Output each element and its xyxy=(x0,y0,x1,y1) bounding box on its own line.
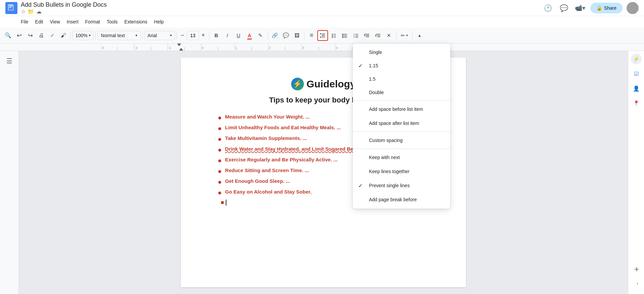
top-right-controls: 🕐 💬 📹▾ 🔒 Share xyxy=(542,2,639,14)
ruler: -3 -2 -1 0 1 2 3 4 xyxy=(0,44,644,51)
zoom-arrow-icon: ▾ xyxy=(89,33,91,37)
menu-help[interactable]: Help xyxy=(151,18,167,26)
text-cursor xyxy=(226,200,226,206)
svg-point-11 xyxy=(342,35,343,36)
line-spacing-button[interactable] xyxy=(317,30,328,41)
menu-view[interactable]: View xyxy=(47,18,63,26)
svg-point-13 xyxy=(342,37,343,38)
add-space-after-label: Add space after list item xyxy=(369,121,419,126)
spacing-1-15-label: 1.15 xyxy=(369,63,378,68)
pencil-icon: ✏ xyxy=(401,33,405,38)
spacing-1-15-item[interactable]: ✓ 1.15 xyxy=(353,59,450,72)
align-button[interactable]: ≡ xyxy=(306,30,317,41)
separator-3 xyxy=(353,149,450,149)
bold-button[interactable]: B xyxy=(211,30,222,41)
keep-lines-together-item[interactable]: Keep lines together xyxy=(353,164,450,178)
add-space-before-item[interactable]: Add space before list item xyxy=(353,102,450,116)
prevent-single-lines-item[interactable]: ✓ Prevent single lines xyxy=(353,178,450,193)
style-label: Normal text xyxy=(101,33,125,38)
toolbar: 🔍 ↩ ↪ 🖨 ✓ 🖌 100% ▾ Normal text ▾ Arial ▾… xyxy=(0,27,644,44)
bullet-dot: ● xyxy=(218,135,222,143)
undo-button[interactable]: ↩ xyxy=(14,30,24,41)
tasks-icon[interactable]: ☑ xyxy=(631,68,642,79)
numbered-list-button[interactable]: 123 xyxy=(351,30,361,41)
font-size-display[interactable]: 13 xyxy=(187,31,199,40)
single-spacing-item[interactable]: Single xyxy=(353,46,450,59)
collapse-button[interactable]: ▲ xyxy=(414,30,425,41)
prevent-single-lines-label: Prevent single lines xyxy=(369,183,410,188)
menu-edit[interactable]: Edit xyxy=(32,18,47,26)
link-button[interactable]: 🔗 xyxy=(270,30,280,41)
text-color-button[interactable]: A xyxy=(244,30,255,41)
keep-lines-together-label: Keep lines together xyxy=(369,169,410,174)
bullet-dot: ● xyxy=(218,125,222,132)
custom-spacing-item[interactable]: Custom spacing xyxy=(353,133,450,147)
menu-file[interactable]: File xyxy=(17,18,32,26)
indent-increase-button[interactable] xyxy=(373,30,383,41)
keep-with-next-item[interactable]: Keep with next xyxy=(353,150,450,164)
image-button[interactable]: 🖼 xyxy=(292,30,303,41)
menu-tools[interactable]: Tools xyxy=(103,18,121,26)
collapse-side-panel-button[interactable]: › xyxy=(633,279,641,287)
svg-text:1: 1 xyxy=(235,46,237,50)
svg-rect-2 xyxy=(9,7,11,8)
main-area: ☰ ⚡ Guidelogy Tips to keep your body hea… xyxy=(0,51,644,294)
menu-extensions[interactable]: Extensions xyxy=(121,18,151,26)
svg-text:-2: -2 xyxy=(135,46,138,50)
font-dropdown[interactable]: Arial ▾ xyxy=(145,31,175,40)
star-icon[interactable]: ☆ xyxy=(21,8,25,15)
assistant-icon[interactable]: ⚡ xyxy=(631,54,642,64)
checklist-button[interactable] xyxy=(328,30,339,41)
double-spacing-item[interactable]: Double xyxy=(353,86,450,99)
avatar[interactable] xyxy=(627,2,639,14)
contacts-icon[interactable]: 👤 xyxy=(631,83,642,94)
svg-text:4: 4 xyxy=(336,46,338,50)
doc-title: Add Sub Bullets in Google Docs xyxy=(21,1,107,8)
add-addon-button[interactable]: + xyxy=(632,265,641,274)
comment-button[interactable]: 💬 xyxy=(281,30,291,41)
separator-2 xyxy=(353,132,450,132)
clear-formatting-button[interactable]: ✕ xyxy=(384,30,394,41)
list-item-text: Take Multivitamin Supplements. ... xyxy=(225,135,307,141)
edit-mode-button[interactable]: ✏ ▾ xyxy=(398,31,411,40)
history-button[interactable]: 🕐 xyxy=(542,2,554,14)
add-space-after-item[interactable]: Add space after list item xyxy=(353,116,450,130)
search-button[interactable]: 🔍 xyxy=(3,30,13,41)
view-mode-button[interactable]: 📹▾ xyxy=(574,2,586,14)
cloud-icon: ☁ xyxy=(36,8,42,15)
list-item-text: Exercise Regularly and Be Physically Act… xyxy=(225,157,337,162)
paint-format-button[interactable]: 🖌 xyxy=(58,30,69,41)
redo-button[interactable]: ↪ xyxy=(25,30,36,41)
zoom-control[interactable]: 100% ▾ xyxy=(72,31,94,40)
document-area[interactable]: ⚡ Guidelogy Tips to keep your body healt… xyxy=(19,51,628,294)
single-spacing-label: Single xyxy=(369,50,382,55)
font-decrease-button[interactable]: − xyxy=(178,31,186,40)
highlight-button[interactable]: ✎ xyxy=(255,30,266,41)
prevent-single-checkmark: ✓ xyxy=(358,182,365,189)
maps-icon[interactable]: 📍 xyxy=(631,98,642,108)
bullet-dot: ● xyxy=(218,114,222,121)
line-spacing-dropdown: Single ✓ 1.15 1.5 Double Add space befor… xyxy=(353,44,450,209)
bullet-list-button[interactable] xyxy=(339,30,350,41)
share-button[interactable]: 🔒 Share xyxy=(590,3,623,13)
folder-icon[interactable]: 📁 xyxy=(28,8,34,15)
font-label: Arial xyxy=(148,33,157,38)
indent-decrease-button[interactable] xyxy=(362,30,372,41)
right-sidebar: ⚡ ☑ 👤 📍 + › xyxy=(628,51,644,294)
italic-button[interactable]: I xyxy=(222,30,233,41)
menu-insert[interactable]: Insert xyxy=(63,18,82,26)
outline-icon[interactable]: ☰ xyxy=(4,55,14,67)
font-increase-button[interactable]: + xyxy=(199,31,207,40)
add-page-break-item[interactable]: Add page break before xyxy=(353,193,450,207)
spellcheck-button[interactable]: ✓ xyxy=(47,30,58,41)
comments-button[interactable]: 💬 xyxy=(558,2,570,14)
underline-button[interactable]: U xyxy=(233,30,244,41)
spacing-1-5-item[interactable]: 1.5 xyxy=(353,72,450,86)
print-button[interactable]: 🖨 xyxy=(36,30,47,41)
svg-rect-0 xyxy=(9,5,13,5)
svg-text:3: 3 xyxy=(303,46,304,50)
svg-text:3: 3 xyxy=(353,36,355,38)
svg-text:-3: -3 xyxy=(101,46,104,50)
menu-format[interactable]: Format xyxy=(82,18,103,26)
style-dropdown[interactable]: Normal text ▾ xyxy=(97,31,141,40)
